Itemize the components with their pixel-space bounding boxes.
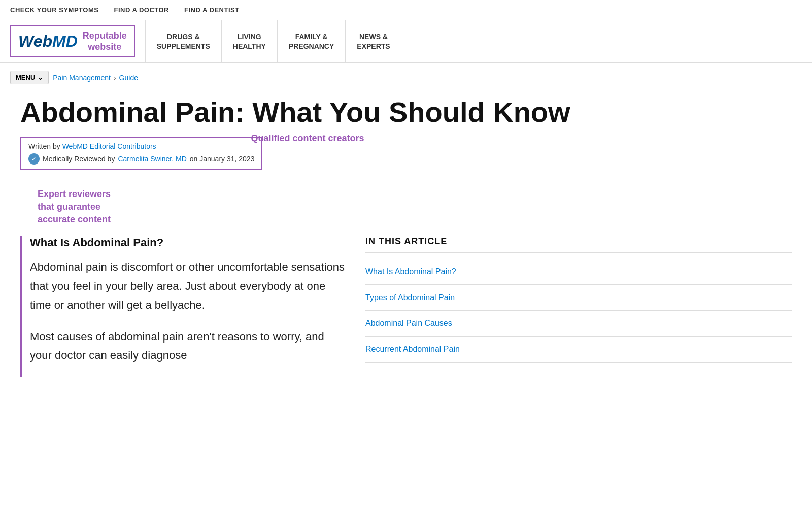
written-by: Written by WebMD Editorial Contributors xyxy=(28,142,254,150)
menu-button[interactable]: MENU ⌄ xyxy=(10,71,49,84)
find-dentist-link[interactable]: FIND A DENTIST xyxy=(184,6,240,14)
toc-link-2[interactable]: Types of Abdominal Pain xyxy=(365,293,455,302)
breadcrumb-guide[interactable]: Guide xyxy=(119,74,138,82)
article-paragraph-1: Abdominal pain is discomfort or other un… xyxy=(30,257,345,314)
article-title: Abdominal Pain: What You Should Know xyxy=(20,96,792,128)
toc-link-1[interactable]: What Is Abdominal Pain? xyxy=(365,267,456,276)
top-nav: CHECK YOUR SYMPTOMS FIND A DOCTOR FIND A… xyxy=(0,0,812,20)
breadcrumb: MENU ⌄ Pain Management › Guide xyxy=(0,63,812,91)
toc-link-3[interactable]: Abdominal Pain Causes xyxy=(365,319,452,328)
check-icon: ✓ xyxy=(28,153,40,165)
main-nav-items: DRUGS &SUPPLEMENTS LIVINGHEALTHY FAMILY … xyxy=(145,20,802,62)
author-link[interactable]: WebMD Editorial Contributors xyxy=(62,142,156,150)
author-area: Written by WebMD Editorial Contributors … xyxy=(20,137,262,170)
logo-md: MD xyxy=(52,32,78,50)
main-nav: WebMD Reputable website DRUGS &SUPPLEMEN… xyxy=(0,20,812,63)
nav-drugs[interactable]: DRUGS &SUPPLEMENTS xyxy=(145,20,221,62)
logo-area: WebMD Reputable website xyxy=(10,25,135,57)
breadcrumb-pain-management[interactable]: Pain Management xyxy=(53,74,111,82)
nav-news[interactable]: NEWS &EXPERTS xyxy=(345,20,401,62)
nav-living[interactable]: LIVINGHEALTHY xyxy=(221,20,277,62)
article-body: Abdominal pain is discomfort or other un… xyxy=(22,257,345,365)
logo-web: Web xyxy=(18,32,52,50)
toc-item-2: Types of Abdominal Pain xyxy=(365,285,792,311)
check-symptoms-link[interactable]: CHECK YOUR SYMPTOMS xyxy=(10,6,98,14)
toc-title: IN THIS ARTICLE xyxy=(365,236,792,253)
nav-family[interactable]: FAMILY &PREGNANCY xyxy=(277,20,345,62)
article-wrapper: Abdominal Pain: What You Should Know Wri… xyxy=(10,96,802,377)
reviewer-link[interactable]: Carmelita Swiner, MD xyxy=(118,155,186,163)
toc-item-1: What Is Abdominal Pain? xyxy=(365,259,792,285)
chevron-down-icon: ⌄ xyxy=(38,74,43,81)
section-title: What Is Abdominal Pain? xyxy=(22,236,345,249)
find-doctor-link[interactable]: FIND A DOCTOR xyxy=(114,6,169,14)
top-nav-links: CHECK YOUR SYMPTOMS FIND A DOCTOR FIND A… xyxy=(10,0,240,20)
content-layout: What Is Abdominal Pain? Abdominal pain i… xyxy=(20,236,792,377)
article-toc: IN THIS ARTICLE What Is Abdominal Pain? … xyxy=(365,236,792,377)
breadcrumb-separator: › xyxy=(114,74,116,82)
toc-item-4: Recurrent Abdominal Pain xyxy=(365,337,792,363)
article-main: What Is Abdominal Pain? Abdominal pain i… xyxy=(20,236,345,377)
toc-link-4[interactable]: Recurrent Abdominal Pain xyxy=(365,345,460,353)
expert-badge: Expert reviewers that guarantee accurate… xyxy=(38,188,111,226)
reviewed-by: ✓ Medically Reviewed by Carmelita Swiner… xyxy=(28,153,254,165)
article-paragraph-2: Most causes of abdominal pain aren't rea… xyxy=(30,327,345,365)
qualified-badge: Qualified content creators xyxy=(251,133,364,144)
webmd-logo: WebMD xyxy=(18,32,78,51)
breadcrumb-links: Pain Management › Guide xyxy=(53,74,138,82)
logo-badge: Reputable website xyxy=(83,30,127,52)
toc-item-3: Abdominal Pain Causes xyxy=(365,311,792,337)
